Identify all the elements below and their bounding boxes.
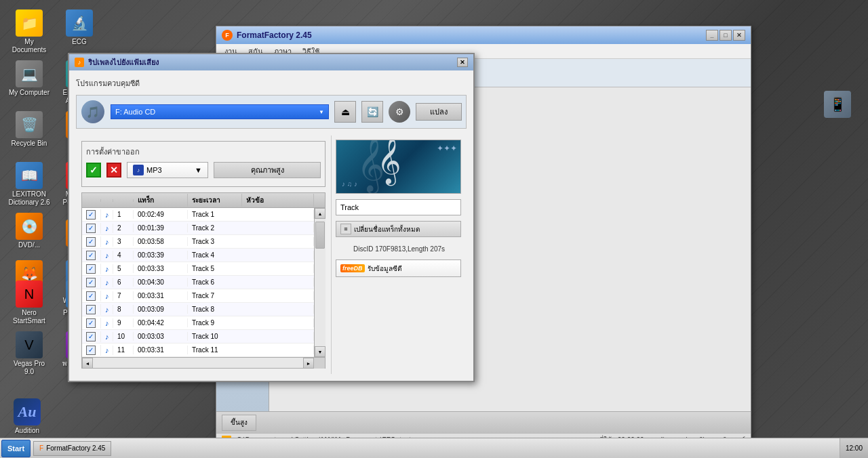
nero-label: Nero StartSmart <box>8 309 50 325</box>
scroll-track <box>315 219 326 346</box>
ecg-label: ECG <box>72 38 87 46</box>
quality-button[interactable]: คุณภาพสูง <box>214 162 321 178</box>
dialog-title-bar: ♪ ริปเพลงไปยังแฟ้มเสียง ✕ <box>69 54 473 70</box>
track-row-11[interactable]: ✓ ♪ 11 00:03:31 Track 11 <box>82 344 314 357</box>
track-row-3[interactable]: ✓ ♪ 3 00:03:58 Track 3 <box>82 235 314 249</box>
eject-button[interactable]: ⏏ <box>334 101 356 123</box>
music-note-3: ♪ <box>105 238 109 246</box>
dialog-close-button[interactable]: ✕ <box>457 58 468 67</box>
checkbox-10[interactable]: ✓ <box>86 332 96 341</box>
apply-all-button[interactable]: ≡ เปลี่ยนชื่อแทร็กทั้งหมด <box>336 221 461 237</box>
desktop-icon-vegas[interactable]: V Vegas Pro 9.0 <box>5 329 53 379</box>
track-check-8[interactable]: ✓ <box>82 304 101 315</box>
track-row-1[interactable]: ✓ ♪ 1 00:02:49 Track 1 <box>82 208 314 222</box>
format-dropdown-arrow-icon: ▼ <box>195 166 202 174</box>
track-icon-10: ♪ <box>101 332 113 341</box>
checkbox-8[interactable]: ✓ <box>86 305 96 314</box>
checkbox-3[interactable]: ✓ <box>86 237 96 247</box>
convert-button[interactable]: แปลง <box>416 103 462 121</box>
header-icon <box>101 199 113 202</box>
select-all-check[interactable]: ✓ <box>86 163 101 178</box>
start-button[interactable]: Start <box>1 440 31 457</box>
track-check-10[interactable]: ✓ <box>82 331 101 342</box>
taskbar-item-formatfactory[interactable]: F FormatFactory 2.45 <box>33 441 111 456</box>
tray-time: 12:00 <box>846 444 863 452</box>
track-icon-3: ♪ <box>101 237 113 247</box>
track-check-3[interactable]: ✓ <box>82 236 101 247</box>
vegas-icon: V <box>16 331 43 358</box>
track-check-7[interactable]: ✓ <box>82 291 101 301</box>
track-row-2[interactable]: ✓ ♪ 2 00:01:39 Track 2 <box>82 222 314 235</box>
disc-info: DiscID 170F9813,Length 207s <box>336 245 462 253</box>
scroll-right-button[interactable] <box>303 358 314 369</box>
track-row-7[interactable]: ✓ ♪ 7 00:03:31 Track 7 <box>82 289 314 303</box>
deselect-all-button[interactable]: ✕ <box>106 163 121 178</box>
desktop-icon-recycle[interactable]: 🗑️ Recycle Bin <box>5 108 53 150</box>
track-check-2[interactable]: ✓ <box>82 223 101 234</box>
music-note-10: ♪ <box>105 333 109 341</box>
checkbox-9[interactable]: ✓ <box>86 318 96 328</box>
refresh-button[interactable]: 🔄 <box>361 101 383 123</box>
cd-program-label: โปรแกรมควบคุมซีดี <box>76 77 467 89</box>
track-row-4[interactable]: ✓ ♪ 4 00:03:39 Track 4 <box>82 249 314 262</box>
track-rows: ✓ ♪ 1 00:02:49 Track 1 ✓ ♪ 2 00:01:39 Tr… <box>82 208 314 357</box>
checkbox-2[interactable]: ✓ <box>86 224 96 233</box>
desktop-icon-phone[interactable]: 📱 <box>814 88 861 122</box>
track-num-2: 2 <box>113 224 134 232</box>
track-check-1[interactable]: ✓ <box>82 209 101 220</box>
music-note-8: ♪ <box>105 306 109 314</box>
title-bar-buttons: _ □ ✕ <box>706 30 745 41</box>
track-check-9[interactable]: ✓ <box>82 318 101 329</box>
minimize-button[interactable]: _ <box>706 30 718 41</box>
track-check-4[interactable]: ✓ <box>82 250 101 261</box>
maximize-button[interactable]: □ <box>719 30 732 41</box>
track-check-11[interactable]: ✓ <box>82 345 101 356</box>
music-image: 𝄞 𝄞 ✦✦✦ ♪ ♫ ♪ <box>336 140 461 194</box>
checkbox-5[interactable]: ✓ <box>86 264 96 274</box>
ecg-icon: 🔬 <box>66 9 93 37</box>
freedb-button[interactable]: freeDB รับข้อมูลซีดี <box>336 259 461 277</box>
track-check-6[interactable]: ✓ <box>82 277 101 288</box>
up-button[interactable]: ขึ้นสูง <box>222 415 256 431</box>
format-dropdown[interactable]: ♪ MP3 ▼ <box>127 162 208 178</box>
track-check-5[interactable]: ✓ <box>82 264 101 274</box>
track-name-input[interactable] <box>336 199 461 215</box>
checkbox-6[interactable]: ✓ <box>86 278 96 287</box>
scroll-up-button[interactable] <box>315 208 326 219</box>
my-docs-icon: 📁 <box>16 9 43 37</box>
track-row-5[interactable]: ✓ ♪ 5 00:03:33 Track 5 <box>82 262 314 276</box>
track-duration-4: 00:03:39 <box>134 251 188 259</box>
scroll-thumb[interactable] <box>315 222 325 249</box>
desktop-icon-lexitron[interactable]: 📖 LEXITRON Dictionary 2.6 <box>5 159 53 209</box>
cd-disc-icon: 🎵 <box>81 100 104 123</box>
app-close-button[interactable]: ✕ <box>733 30 745 41</box>
checkbox-7[interactable]: ✓ <box>86 291 96 301</box>
track-row-10[interactable]: ✓ ♪ 10 00:03:03 Track 10 <box>82 330 314 344</box>
app-title: FormatFactory 2.45 <box>237 30 312 40</box>
desktop-icon-my-computer[interactable]: 💻 My Computer <box>5 58 53 100</box>
checkbox-1[interactable]: ✓ <box>86 210 96 220</box>
track-row-6[interactable]: ✓ ♪ 6 00:04:30 Track 6 <box>82 276 314 289</box>
dialog-body: โปรแกรมควบคุมซีดี 🎵 F: Audio CD ▼ ⏏ 🔄 ⚙ … <box>69 70 473 381</box>
music-note-6: ♪ <box>105 278 109 287</box>
desktop-icon-nero[interactable]: N Nero StartSmart <box>5 278 53 328</box>
track-duration-11: 00:03:31 <box>134 346 188 354</box>
scroll-left-button[interactable] <box>82 358 93 369</box>
track-row-8[interactable]: ✓ ♪ 8 00:03:09 Track 8 <box>82 303 314 316</box>
scroll-down-button[interactable] <box>315 346 326 357</box>
desktop-icon-ecg[interactable]: 🔬 ECG <box>56 7 103 49</box>
settings-button[interactable]: ⚙ <box>389 101 410 123</box>
desktop-icon-audition[interactable]: Au Audition <box>7 398 47 434</box>
lexitron-icon: 📖 <box>16 162 43 189</box>
desktop-icon-my-docs[interactable]: 📁 My Documents <box>5 7 53 57</box>
desktop: 📁 My Documents 🔬 ECG 💻 My Computer 📱 Ele… <box>0 0 868 458</box>
checkbox-4[interactable]: ✓ <box>86 251 96 260</box>
track-table: แทร็ก ระยะเวลา หัวข้อ ✓ <box>81 192 326 369</box>
checkbox-11[interactable]: ✓ <box>86 346 96 355</box>
header-num <box>113 199 134 202</box>
cd-drive-dropdown[interactable]: F: Audio CD ▼ <box>111 104 329 119</box>
track-row-9[interactable]: ✓ ♪ 9 00:04:42 Track 9 <box>82 316 314 330</box>
track-icon-9: ♪ <box>101 318 113 328</box>
freedb-logo-icon: freeDB <box>340 264 365 272</box>
desktop-icon-dvd[interactable]: 💿 DVD/... <box>5 210 53 252</box>
